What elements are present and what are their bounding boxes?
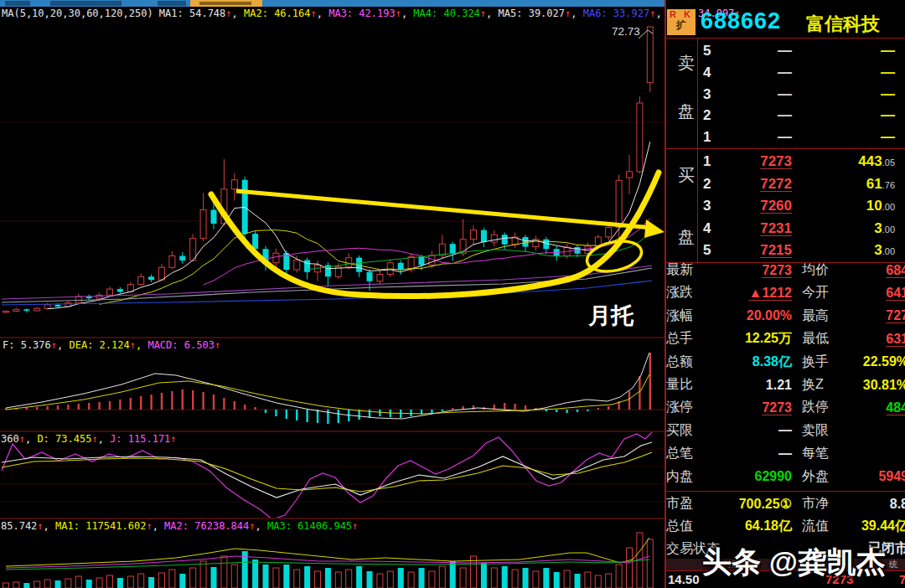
sell-price: —: [723, 64, 792, 81]
quote-label: 最低: [802, 330, 854, 348]
annotation-label: 月托: [587, 303, 634, 328]
quote-value: 5949: [854, 469, 905, 484]
sell-level: 1: [703, 129, 723, 146]
quote-value: 484: [854, 400, 905, 415]
candlestick-layer: [2, 27, 653, 313]
quote-label: 今开: [802, 284, 854, 302]
sell-row-5[interactable]: 5——: [666, 40, 905, 62]
header-segment: J: 115.171: [110, 433, 170, 445]
quote-value: 22.59%: [854, 354, 905, 369]
sell-level: 2: [703, 107, 723, 124]
quote-value: —: [718, 446, 792, 462]
sell-row-4[interactable]: 4——: [666, 62, 905, 84]
watermark: 头条 @龚凯杰: [702, 543, 886, 582]
buy-level: 4: [703, 220, 723, 237]
badge-kuo-label: 扩: [667, 20, 696, 31]
buy-level: 1: [703, 153, 723, 170]
buy-level: 5: [703, 242, 723, 259]
quote-label: 换手: [802, 353, 854, 371]
quote-value: 684: [854, 263, 905, 278]
quote-row-总手: 总手12.25万最低631: [666, 328, 905, 350]
quote-value: 39.44亿: [854, 518, 905, 535]
buy-row-2[interactable]: 2727261.76: [666, 173, 905, 195]
bottom-time-value: 14.50: [668, 572, 700, 586]
quote-row-总值: 总值64.18亿流值39.44亿: [666, 515, 905, 538]
header-segment: ,: [57, 339, 69, 351]
divider: [666, 491, 905, 492]
buy-row-3[interactable]: 3726010.00: [666, 195, 905, 217]
quote-value: ▲1212: [718, 286, 792, 301]
quote-label: 内盘: [666, 468, 718, 486]
quote-value: 727: [854, 308, 905, 323]
quote-label: 总手: [666, 330, 718, 348]
header-segment: F: 5.376: [3, 339, 51, 351]
bottom-right-value: 7: [899, 572, 905, 586]
header-segment: 85.742: [1, 520, 37, 532]
sell-row-3[interactable]: 3——: [666, 84, 905, 106]
sell-qty: —: [792, 43, 905, 59]
header-segment: ↑: [249, 520, 255, 532]
buy-row-1[interactable]: 17273443.05: [666, 151, 905, 173]
trading-terminal-window: MA(5,10,20,30,60,120,250) MA1: 54.748↑, …: [0, 0, 905, 588]
header-segment: 360: [1, 433, 19, 445]
quote-value: 8.8: [854, 497, 905, 512]
quote-label: 最高: [802, 307, 854, 325]
annotation-label: 72.73: [612, 25, 640, 38]
quote-value: 20.00%: [718, 308, 792, 323]
quote-label: 总值: [666, 518, 718, 535]
quote-row-涨跌: 涨跌▲1212今开641: [666, 281, 905, 304]
header-segment: ↑: [170, 433, 176, 445]
quote-label: 均价: [802, 261, 854, 279]
header-segment: ,: [153, 520, 164, 532]
header-segment: ↑: [146, 520, 152, 532]
quote-value: 7273: [718, 263, 792, 278]
quote-value: 12.25万: [718, 330, 792, 348]
sell-level: 5: [703, 43, 723, 59]
quote-label: 换Z: [802, 376, 854, 394]
header-segment: ,: [44, 520, 55, 532]
sell-price: —: [723, 43, 792, 59]
quote-label: 涨停: [666, 399, 718, 416]
quote-label: 市盈: [666, 495, 718, 513]
quote-label: 总额: [666, 353, 718, 371]
header-segment: ↑: [352, 520, 358, 532]
quote-label: 买限: [666, 422, 718, 440]
quote-value: 30.81%: [854, 378, 905, 393]
header-segment: MACD: 6.503: [147, 339, 214, 351]
buy-price: 7231: [723, 220, 792, 237]
sell-row-2[interactable]: 2——: [666, 105, 905, 126]
quote-label: 量比: [666, 376, 718, 394]
header-segment: ,: [256, 520, 267, 532]
sell-row-1[interactable]: 1——: [666, 126, 905, 148]
quote-label: 总笔: [666, 445, 718, 462]
buy-price: 7215: [723, 242, 792, 259]
quote-label: 最新: [666, 261, 718, 279]
quote-value: 64.18亿: [718, 518, 792, 535]
stock-name[interactable]: 富信科技: [806, 12, 880, 37]
buy-qty: 3.00: [792, 220, 905, 237]
quote-value: 1.21: [718, 378, 792, 393]
buy-qty: 10.00: [792, 198, 905, 214]
bottom-bar-right-char[interactable]: 统: [889, 559, 897, 570]
quote-value: 700.25①: [718, 496, 792, 512]
quote-value: 631: [854, 332, 905, 347]
header-segment: DEA: 2.124: [69, 339, 129, 351]
quote-label: 外盘: [802, 468, 854, 486]
buy-price: 7273: [723, 153, 792, 170]
header-segment: ,: [136, 339, 147, 351]
kdj-panel: [2, 432, 652, 519]
header-segment: MA1: 117541.602: [55, 520, 146, 532]
sell-level: 4: [703, 64, 723, 81]
sell-qty: —: [792, 86, 905, 103]
header-segment: ,: [25, 433, 37, 445]
header-segment: ↑: [51, 339, 57, 351]
buy-price: 7272: [723, 176, 792, 193]
quote-label: 流值: [802, 518, 854, 535]
header-segment: ,: [98, 433, 110, 445]
buy-row-4[interactable]: 472313.00: [666, 218, 905, 240]
macd-header: F: 5.376↑, DEA: 2.124↑, MACD: 6.503↑: [3, 340, 220, 351]
header-segment: ↑: [37, 520, 43, 532]
stock-code[interactable]: 688662: [701, 8, 781, 34]
sell-price: —: [723, 86, 792, 103]
kline-chart-canvas[interactable]: 月托72.73: [0, 0, 665, 588]
